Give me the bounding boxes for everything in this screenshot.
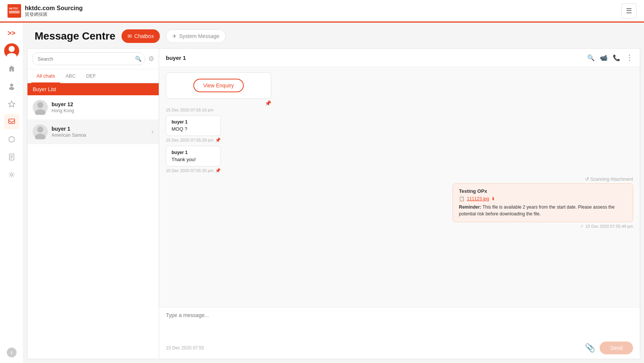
abc-tab[interactable]: ABC (60, 69, 81, 83)
svg-rect-2 (9, 11, 20, 12)
chat-input-footer: 15 Dec 2020 07:55 📎 Send (166, 342, 633, 354)
message-input[interactable] (166, 312, 633, 339)
logo-area: HKTDC hktdc.com Sourcing 貿發網採購 (8, 4, 83, 18)
chat-header: buyer 1 🔍 📹 📞 ⋮ (159, 49, 640, 67)
search-chat-icon[interactable]: 🔍 (587, 54, 595, 61)
contact-location: Hong Kong (52, 108, 153, 113)
contact-list: buyer 12 Hong Kong buye (27, 95, 159, 359)
more-options-icon[interactable]: ⋮ (626, 53, 633, 62)
scan-icon: ↺ (585, 176, 589, 182)
main-layout: >> i Mes (0, 23, 644, 363)
sidebar-item-favorites[interactable] (4, 96, 19, 111)
sender-name-thankyou: buyer 1 (172, 150, 215, 155)
chat-panel: buyer 1 🔍 📹 📞 ⋮ View Enquiry (159, 49, 640, 359)
pin-icon: 📌 (166, 100, 271, 106)
file-link[interactable]: 111123.jpg (467, 196, 489, 201)
system-message-tab[interactable]: ✈ System Message (166, 29, 226, 43)
message-bubble-moq: buyer 1 MOQ ? (166, 115, 221, 136)
page-header: Message Centre ✉ Chatbox ✈ System Messag… (23, 23, 644, 48)
message-thankyou: buyer 1 Thank you! 15 Dec 2020 07:55:35 … (166, 146, 221, 173)
svg-point-15 (37, 102, 43, 108)
message-attachment: ↺ Scanning Attachment Testing OPx 📋 1111… (453, 176, 633, 229)
hamburger-button[interactable]: ☰ (621, 3, 636, 18)
search-input-wrap: 🔍 (32, 52, 145, 65)
chat-messages: View Enquiry 📌 15 Dec 2020 07:55:16 pm b… (159, 67, 640, 307)
search-bar: 🔍 ⚙ (27, 49, 159, 69)
attachment-file: 📋 111123.jpg ⬇ (459, 196, 627, 201)
file-icon: 📋 (459, 196, 465, 201)
page-title: Message Centre (35, 30, 115, 42)
sidebar-narrow: >> i (0, 23, 23, 363)
attachment-bubble: Testing OPx 📋 111123.jpg ⬇ Reminder: Thi… (453, 183, 633, 222)
contact-item[interactable]: buyer 12 Hong Kong (27, 95, 159, 120)
contact-location-2: American Samoa (52, 133, 148, 138)
logo-text: hktdc.com Sourcing 貿發網採購 (25, 5, 83, 17)
svg-point-17 (37, 127, 43, 133)
thankyou-time: 15 Dec 2020 07:55:35 pm 📌 (166, 168, 221, 173)
svg-point-18 (35, 134, 46, 139)
contact-item-active[interactable]: buyer 1 American Samoa › (27, 120, 159, 144)
brand-sub: 貿發網採購 (25, 12, 83, 17)
search-icon: 🔍 (135, 56, 141, 62)
attachment-icon[interactable]: 📎 (585, 343, 595, 353)
chat-layout: 🔍 ⚙ All chats ABC DEF Buyer List (27, 48, 640, 359)
video-call-icon[interactable]: 📹 (600, 54, 608, 61)
svg-rect-3 (9, 12, 20, 13)
message-bubble-thankyou: buyer 1 Thank you! (166, 146, 221, 166)
moq-time: 15 Dec 2020 07:55:28 pm 📌 (166, 137, 221, 143)
enquiry-bubble: View Enquiry (166, 72, 271, 99)
contact-name-2: buyer 1 (52, 126, 148, 132)
sidebar-item-orders[interactable] (4, 149, 19, 165)
download-icon[interactable]: ⬇ (491, 196, 495, 201)
contact-avatar-1 (33, 100, 48, 115)
sidebar-toggle-button[interactable]: >> (4, 26, 19, 40)
check-icon: ✓ (580, 224, 584, 229)
svg-marker-8 (8, 101, 15, 107)
chat-tabs: All chats ABC DEF (27, 69, 159, 83)
svg-point-14 (11, 174, 13, 176)
logo-icon: HKTDC (8, 4, 21, 18)
pin-small-icon-2: 📌 (215, 168, 221, 173)
pin-small-icon: 📌 (215, 137, 221, 143)
message-moq: buyer 1 MOQ ? 15 Dec 2020 07:55:28 pm 📌 (166, 115, 221, 143)
content-area: Message Centre ✉ Chatbox ✈ System Messag… (23, 23, 644, 363)
buyer-list-header: Buyer List (27, 83, 159, 95)
search-input[interactable] (32, 52, 145, 65)
def-tab[interactable]: DEF (81, 69, 101, 83)
system-message-icon: ✈ (172, 33, 177, 39)
sidebar-item-messages[interactable] (4, 114, 19, 129)
message-enquiry: View Enquiry 📌 15 Dec 2020 07:55:16 pm (166, 72, 271, 112)
svg-point-7 (9, 87, 14, 90)
top-bar: HKTDC hktdc.com Sourcing 貿發網採購 ☰ (0, 0, 644, 23)
chatbox-tab[interactable]: ✉ Chatbox (122, 29, 160, 43)
attachment-title: Testing OPx (459, 188, 627, 194)
sidebar-item-products[interactable] (4, 132, 19, 147)
contact-avatar-2 (33, 124, 48, 139)
input-timestamp: 15 Dec 2020 07:55 (166, 345, 204, 351)
view-enquiry-button[interactable]: View Enquiry (193, 79, 243, 92)
sender-name-moq: buyer 1 (172, 119, 215, 125)
svg-point-5 (7, 53, 17, 58)
svg-text:HKTDC: HKTDC (9, 7, 18, 10)
attachment-time: ✓ 15 Dec 2020 07:55:49 pm (453, 224, 633, 229)
svg-point-4 (9, 46, 15, 52)
info-button[interactable]: i (7, 348, 17, 357)
scanning-label: ↺ Scanning Attachment (453, 176, 633, 182)
sidebar-item-user[interactable] (4, 79, 19, 94)
avatar[interactable] (4, 43, 19, 58)
contact-name: buyer 12 (52, 101, 153, 107)
chatbox-icon: ✉ (128, 33, 132, 39)
contact-panel: 🔍 ⚙ All chats ABC DEF Buyer List (27, 49, 159, 359)
contact-arrow-icon: › (152, 128, 153, 135)
chat-input-area: 15 Dec 2020 07:55 📎 Send (159, 307, 640, 359)
sidebar-item-settings[interactable] (4, 167, 19, 182)
phone-call-icon[interactable]: 📞 (613, 54, 620, 61)
search-settings-icon[interactable]: ⚙ (148, 55, 154, 63)
input-actions: 📎 Send (585, 342, 633, 354)
message-text-moq: MOQ ? (172, 126, 215, 132)
sidebar-item-home[interactable] (4, 61, 19, 76)
svg-point-16 (35, 109, 46, 115)
attachment-reminder: Reminder: This file is available 2 years… (459, 204, 627, 217)
all-chats-tab[interactable]: All chats (31, 69, 60, 83)
send-button[interactable]: Send (600, 342, 633, 354)
